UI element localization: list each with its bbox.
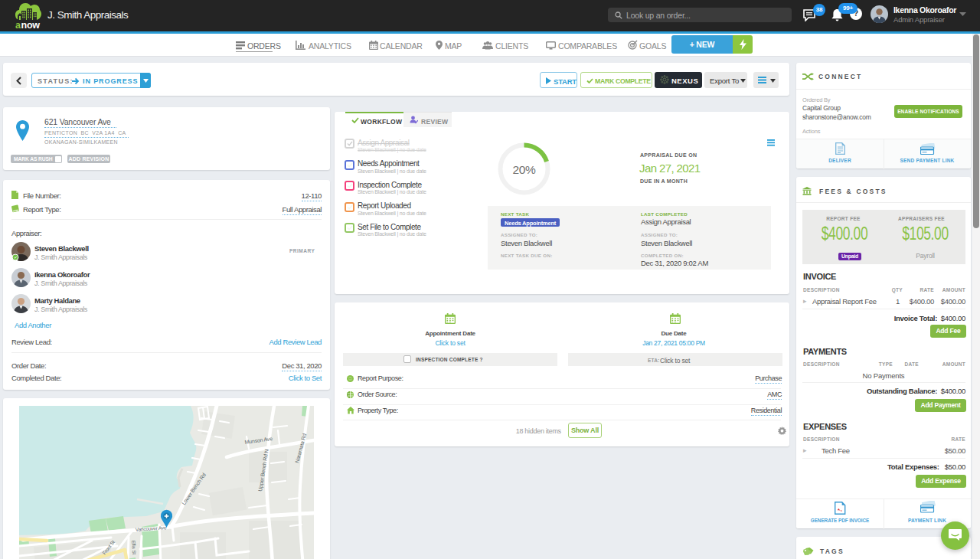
svg-text:Ellis St: Ellis St — [131, 541, 137, 555]
svg-text:20%: 20% — [512, 163, 536, 176]
svg-text:now: now — [21, 20, 41, 30]
